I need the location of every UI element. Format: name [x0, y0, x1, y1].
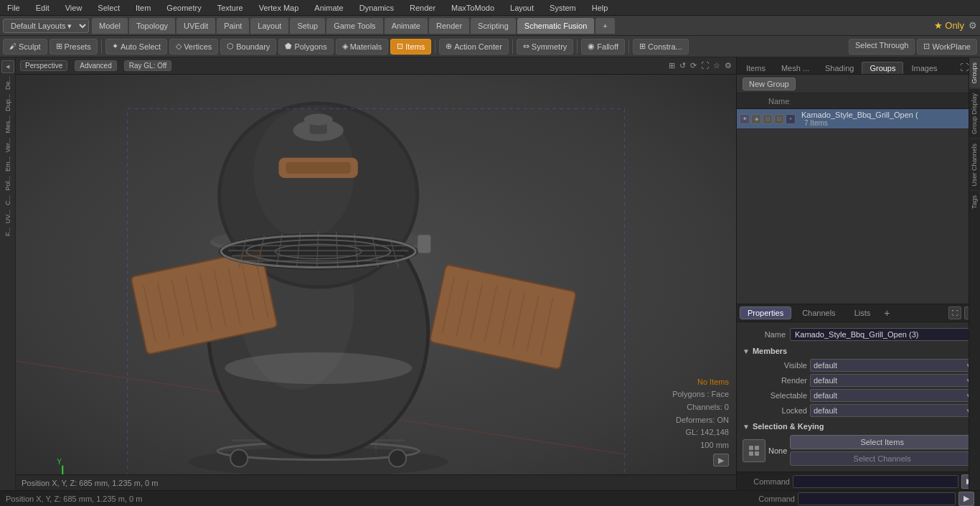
- eye-icon[interactable]: 👁: [740, 114, 750, 124]
- menu-help[interactable]: Help: [589, 2, 611, 14]
- box-icon2[interactable]: □: [774, 114, 784, 124]
- tab-render[interactable]: Render: [429, 18, 469, 34]
- select-items-button[interactable]: Select Items: [790, 435, 974, 449]
- tab-setup[interactable]: Setup: [290, 18, 325, 34]
- polygons-button[interactable]: ⬟ Polygons: [278, 39, 333, 55]
- tab-images[interactable]: Images: [903, 62, 945, 74]
- props-tab-lists[interactable]: Lists: [847, 306, 879, 319]
- tab-game-tools[interactable]: Game Tools: [326, 18, 383, 34]
- menu-maxtomodo[interactable]: MaxToModo: [448, 2, 497, 14]
- workplane-button[interactable]: ⊡ WorkPlane: [917, 39, 977, 55]
- members-section-header[interactable]: ▼ Members: [743, 344, 974, 357]
- tab-mesh[interactable]: Mesh ...: [773, 62, 817, 74]
- sidebar-item-ver[interactable]: Ver...: [4, 136, 11, 154]
- viewport-rotate-icon[interactable]: ↺: [679, 61, 686, 70]
- vertices-button[interactable]: ◇ Vertices: [169, 39, 218, 55]
- key-dots-button[interactable]: [743, 439, 765, 462]
- sidebar-item-mes[interactable]: Mes...: [4, 114, 11, 135]
- viewport-canvas[interactable]: X Y Z No Items Polygons : Face Channels:…: [16, 75, 736, 474]
- tab-plus[interactable]: +: [595, 18, 614, 34]
- selectable-select[interactable]: default: [810, 389, 974, 402]
- props-expand-icon[interactable]: ⛶: [948, 306, 961, 319]
- render-select[interactable]: default: [810, 374, 974, 387]
- box-icon1[interactable]: □: [763, 114, 773, 124]
- layout-select[interactable]: Default Layouts ▾: [3, 19, 89, 33]
- tab-topology[interactable]: Topology: [129, 18, 175, 34]
- tab-shading[interactable]: Shading: [817, 62, 862, 74]
- symmetry-button[interactable]: ⇔ Symmetry: [517, 39, 574, 55]
- perspective-button[interactable]: Perspective: [20, 60, 67, 71]
- sidebar-item-f[interactable]: F...: [4, 226, 11, 238]
- tab-uvedit[interactable]: UVEdit: [176, 18, 215, 34]
- tab-items[interactable]: Items: [738, 62, 773, 74]
- menu-animate[interactable]: Animate: [311, 2, 346, 14]
- sidebar-item-uv[interactable]: UV...: [4, 208, 11, 225]
- falloff-button[interactable]: ◉ Falloff: [581, 39, 625, 55]
- menu-vertex-map[interactable]: Vertex Map: [256, 2, 302, 14]
- materials-button[interactable]: ◈ Materials: [336, 39, 389, 55]
- viewport-refresh-icon[interactable]: ⟳: [690, 61, 697, 70]
- props-tab-add[interactable]: +: [881, 307, 892, 319]
- select-through-button[interactable]: Select Through: [849, 39, 915, 55]
- expand-icon[interactable]: +: [786, 114, 796, 124]
- vtab-tags[interactable]: Tags: [969, 190, 980, 213]
- advanced-button[interactable]: Advanced: [75, 60, 116, 71]
- menu-texture[interactable]: Texture: [215, 2, 246, 14]
- props-tab-channels[interactable]: Channels: [794, 306, 843, 319]
- sidebar-collapse-icon[interactable]: ◀: [1, 60, 14, 73]
- vtab-user-channels[interactable]: User Channels: [969, 139, 980, 191]
- ray-gl-button[interactable]: Ray GL: Off: [124, 60, 172, 71]
- scroll-right-icon[interactable]: ▶: [713, 454, 729, 467]
- bottom-command-submit[interactable]: ▶: [958, 492, 974, 506]
- new-group-button[interactable]: New Group: [743, 78, 796, 90]
- name-field-input[interactable]: [790, 328, 974, 341]
- menu-layout[interactable]: Layout: [507, 2, 537, 14]
- items-button[interactable]: ⊡ Items: [390, 39, 431, 55]
- menu-dynamics[interactable]: Dynamics: [357, 2, 397, 14]
- selection-keying-header[interactable]: ▼ Selection & Keying: [743, 419, 974, 432]
- sidebar-item-dup[interactable]: Dup...: [4, 93, 11, 113]
- presets-button[interactable]: ⊞ Presets: [50, 39, 98, 55]
- locked-select[interactable]: default: [810, 404, 974, 417]
- constraints-button[interactable]: ⊞ Constra...: [633, 39, 689, 55]
- menu-edit[interactable]: Edit: [33, 2, 52, 14]
- menu-system[interactable]: System: [547, 2, 579, 14]
- props-tab-properties[interactable]: Properties: [740, 306, 791, 319]
- star-only-button[interactable]: ★ Only: [934, 20, 964, 31]
- sculpt-button[interactable]: 🖌 Sculpt: [3, 39, 47, 55]
- sidebar-item-em[interactable]: Em...: [4, 155, 11, 173]
- menu-file[interactable]: File: [4, 2, 23, 14]
- tab-paint[interactable]: Paint: [217, 18, 249, 34]
- tab-model[interactable]: Model: [92, 18, 128, 34]
- tab-scripting[interactable]: Scripting: [471, 18, 516, 34]
- tab-layout[interactable]: Layout: [250, 18, 288, 34]
- viewport-fullscreen-icon[interactable]: ⛶: [701, 61, 709, 70]
- auto-select-button[interactable]: ✦ Auto Select: [105, 39, 167, 55]
- menu-item[interactable]: Item: [133, 2, 154, 14]
- tab-animate[interactable]: Animate: [385, 18, 428, 34]
- bottom-command-input[interactable]: [798, 492, 956, 505]
- menu-view[interactable]: View: [62, 2, 85, 14]
- action-center-button[interactable]: ⊕ Action Center: [439, 39, 509, 55]
- menu-geometry[interactable]: Geometry: [164, 2, 204, 14]
- visible-select[interactable]: default: [810, 359, 974, 372]
- tab-groups[interactable]: Groups: [862, 62, 903, 74]
- sidebar-item-pol[interactable]: Pol...: [4, 174, 11, 192]
- sidebar-item-de[interactable]: De...: [4, 75, 11, 91]
- settings-icon[interactable]: ⚙: [969, 20, 977, 31]
- command-input[interactable]: [793, 475, 958, 488]
- vtab-group-display[interactable]: Group Display: [969, 88, 980, 139]
- menu-select[interactable]: Select: [95, 2, 123, 14]
- sidebar-item-c[interactable]: C...: [4, 194, 11, 207]
- viewport-grid-icon[interactable]: ⊞: [669, 61, 675, 70]
- vtab-groups[interactable]: Groups: [969, 57, 980, 88]
- panel-expand-icon[interactable]: ⛶: [960, 62, 969, 72]
- viewport-settings-icon[interactable]: ⚙: [725, 61, 732, 70]
- tab-schematic-fusion[interactable]: Schematic Fusion: [517, 18, 594, 34]
- menu-render[interactable]: Render: [407, 2, 438, 14]
- boundary-button[interactable]: ⬡ Boundary: [220, 39, 276, 55]
- viewport-bookmark-icon[interactable]: ☆: [713, 61, 720, 70]
- position-label: Position X, Y, Z: 685 mm, 1.235 m, 0 m: [22, 479, 158, 487]
- render-icon[interactable]: ◈: [751, 114, 761, 124]
- group-list-item[interactable]: 👁 ◈ □ □ + Kamado_Style_Bbq_Grill_Open ( …: [737, 109, 980, 129]
